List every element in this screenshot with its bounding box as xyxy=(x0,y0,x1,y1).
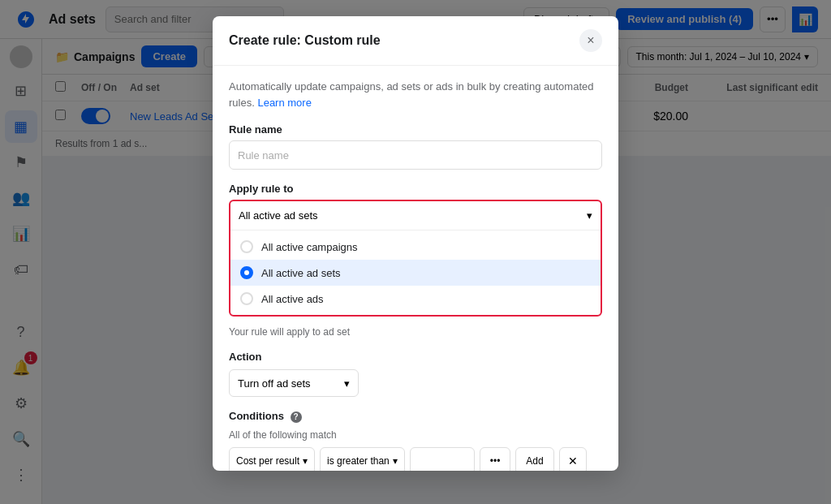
chevron-down-icon: ▾ xyxy=(303,455,308,467)
modal: Create rule: Custom rule × Automatically… xyxy=(213,16,618,471)
chevron-up-icon: ▾ xyxy=(587,209,592,222)
modal-overlay[interactable]: Create rule: Custom rule × Automatically… xyxy=(0,0,831,504)
dropdown-selected-value: All active ad sets xyxy=(239,209,318,222)
operator-select[interactable]: is greater than ▾ xyxy=(320,447,405,472)
conditions-desc: All of the following match xyxy=(229,429,602,441)
radio-campaigns xyxy=(240,240,253,253)
action-label: Action xyxy=(229,351,602,363)
option-ad-sets-label: All active ad sets xyxy=(261,267,341,279)
radio-ads xyxy=(240,292,253,305)
modal-body: Automatically update campaigns, ad sets … xyxy=(213,66,618,471)
action-select[interactable]: Turn off ad sets ▾ xyxy=(229,369,359,397)
conditions-label: Conditions ? xyxy=(229,410,602,423)
option-ads[interactable]: All active ads xyxy=(230,286,601,312)
apply-desc: Your rule will apply to ad set xyxy=(229,326,602,338)
modal-description: Automatically update campaigns, ad sets … xyxy=(229,79,602,110)
chevron-down-icon: ▾ xyxy=(393,455,398,467)
rule-name-input[interactable] xyxy=(229,140,602,170)
option-ad-sets[interactable]: All active ad sets xyxy=(230,260,601,286)
dropdown-options: All active campaigns All active ad sets … xyxy=(230,230,601,315)
chevron-down-icon: ▾ xyxy=(344,377,350,390)
apply-rule-dropdown[interactable]: All active ad sets ▾ All active campaign… xyxy=(229,200,602,317)
condition-value-input[interactable] xyxy=(410,447,475,472)
rule-name-label: Rule name xyxy=(229,123,602,136)
apply-rule-label: Apply rule to xyxy=(229,183,602,195)
close-icon: ✕ xyxy=(568,454,578,467)
add-condition-button[interactable]: Add xyxy=(515,447,553,472)
modal-header: Create rule: Custom rule × xyxy=(213,16,618,66)
option-campaigns-label: All active campaigns xyxy=(261,241,358,253)
action-selected-value: Turn off ad sets xyxy=(238,377,311,390)
modal-title: Create rule: Custom rule xyxy=(229,33,381,48)
dropdown-trigger[interactable]: All active ad sets ▾ xyxy=(230,201,601,230)
learn-more-link[interactable]: Learn more xyxy=(257,97,311,109)
more-conditions-button[interactable]: ••• xyxy=(480,447,511,472)
option-ads-label: All active ads xyxy=(261,293,324,305)
radio-ad-sets xyxy=(240,266,253,279)
clear-condition-button[interactable]: ✕ xyxy=(559,447,587,472)
option-campaigns[interactable]: All active campaigns xyxy=(230,234,601,260)
conditions-row: Cost per result ▾ is greater than ▾ ••• … xyxy=(229,447,602,472)
conditions-help-icon[interactable]: ? xyxy=(291,411,302,423)
metric-select[interactable]: Cost per result ▾ xyxy=(229,447,315,472)
modal-close-button[interactable]: × xyxy=(579,29,602,52)
